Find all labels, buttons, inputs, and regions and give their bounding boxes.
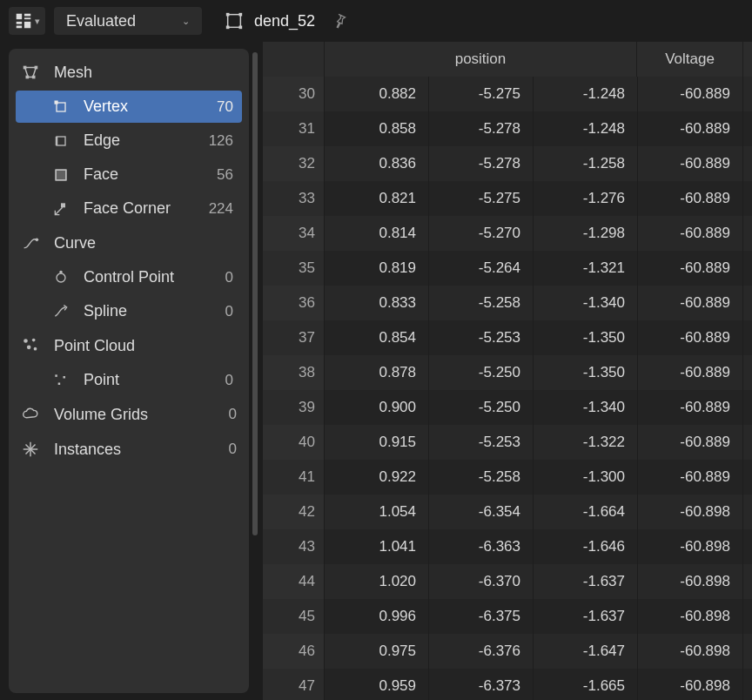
cell-z[interactable]: -1.646 xyxy=(533,529,637,564)
cell-x[interactable]: 1.054 xyxy=(324,495,428,529)
cell-y[interactable]: -6.373 xyxy=(428,669,533,700)
cell-x[interactable]: 0.882 xyxy=(324,77,428,111)
cell-z[interactable]: -1.665 xyxy=(533,669,637,700)
table-row[interactable]: 300.882-5.275-1.248-60.889 xyxy=(263,77,752,111)
header-position[interactable]: position xyxy=(324,42,637,77)
pin-icon[interactable] xyxy=(331,12,348,30)
cell-z[interactable]: -1.340 xyxy=(533,390,637,425)
cell-x[interactable]: 1.041 xyxy=(324,529,428,564)
header-voltage[interactable]: Voltage xyxy=(637,42,743,77)
sidebar-item-control-point[interactable]: Control Point0 xyxy=(16,261,242,293)
table-row[interactable]: 310.858-5.278-1.248-60.889 xyxy=(263,111,752,146)
table-row[interactable]: 421.054-6.354-1.664-60.898 xyxy=(263,495,752,529)
editor-type-button[interactable]: ▾ xyxy=(9,7,45,35)
cell-y[interactable]: -5.264 xyxy=(428,251,533,286)
table-row[interactable]: 431.041-6.363-1.646-60.898 xyxy=(263,529,752,564)
table-row[interactable]: 460.975-6.376-1.647-60.898 xyxy=(263,634,752,669)
table-row[interactable]: 441.020-6.370-1.637-60.898 xyxy=(263,564,752,599)
table-row[interactable]: 340.814-5.270-1.298-60.889 xyxy=(263,216,752,251)
sidebar-scrollbar[interactable] xyxy=(252,49,259,693)
table-row[interactable]: 350.819-5.264-1.321-60.889 xyxy=(263,251,752,286)
cell-y[interactable]: -5.278 xyxy=(428,111,533,146)
cell-z[interactable]: -1.276 xyxy=(533,181,637,216)
table-row[interactable]: 360.833-5.258-1.340-60.889 xyxy=(263,286,752,320)
cell-x[interactable]: 0.878 xyxy=(324,355,428,390)
cell-x[interactable]: 0.854 xyxy=(324,320,428,355)
cell-voltage[interactable]: -60.889 xyxy=(637,216,743,251)
cell-y[interactable]: -5.270 xyxy=(428,216,533,251)
cell-y[interactable]: -5.258 xyxy=(428,460,533,495)
cell-y[interactable]: -6.370 xyxy=(428,564,533,599)
cell-voltage[interactable]: -60.889 xyxy=(637,286,743,320)
cell-voltage[interactable]: -60.898 xyxy=(637,564,743,599)
cell-x[interactable]: 0.975 xyxy=(324,634,428,669)
group-volume-grids[interactable]: Volume Grids0 xyxy=(12,398,245,431)
cell-y[interactable]: -5.250 xyxy=(428,390,533,425)
cell-voltage[interactable]: -60.889 xyxy=(637,390,743,425)
cell-z[interactable]: -1.258 xyxy=(533,146,637,181)
cell-z[interactable]: -1.647 xyxy=(533,634,637,669)
cell-voltage[interactable]: -60.898 xyxy=(637,495,743,529)
table-row[interactable]: 450.996-6.375-1.637-60.898 xyxy=(263,599,752,634)
sidebar-item-face[interactable]: Face56 xyxy=(16,158,242,191)
table-row[interactable]: 470.959-6.373-1.665-60.898 xyxy=(263,669,752,700)
cell-z[interactable]: -1.350 xyxy=(533,355,637,390)
cell-z[interactable]: -1.298 xyxy=(533,216,637,251)
cell-z[interactable]: -1.300 xyxy=(533,460,637,495)
cell-z[interactable]: -1.248 xyxy=(533,111,637,146)
cell-voltage[interactable]: -60.889 xyxy=(637,181,743,216)
cell-z[interactable]: -1.248 xyxy=(533,77,637,111)
cell-x[interactable]: 0.821 xyxy=(324,181,428,216)
sidebar-item-vertex[interactable]: Vertex70 xyxy=(16,91,242,123)
cell-y[interactable]: -5.253 xyxy=(428,425,533,460)
group-instances[interactable]: Instances0 xyxy=(12,433,245,466)
cell-z[interactable]: -1.664 xyxy=(533,495,637,529)
cell-voltage[interactable]: -60.898 xyxy=(637,669,743,700)
cell-x[interactable]: 0.858 xyxy=(324,111,428,146)
cell-voltage[interactable]: -60.898 xyxy=(637,634,743,669)
cell-y[interactable]: -5.258 xyxy=(428,286,533,320)
cell-x[interactable]: 0.959 xyxy=(324,669,428,700)
cell-voltage[interactable]: -60.889 xyxy=(637,111,743,146)
sidebar-item-edge[interactable]: Edge126 xyxy=(16,125,242,157)
mode-select[interactable]: Evaluated ⌄ xyxy=(54,7,202,35)
cell-x[interactable]: 0.915 xyxy=(324,425,428,460)
cell-y[interactable]: -6.354 xyxy=(428,495,533,529)
cell-y[interactable]: -5.250 xyxy=(428,355,533,390)
sidebar-item-point[interactable]: Point0 xyxy=(16,364,242,396)
cell-z[interactable]: -1.321 xyxy=(533,251,637,286)
cell-y[interactable]: -6.376 xyxy=(428,634,533,669)
cell-voltage[interactable]: -60.889 xyxy=(637,77,743,111)
table-row[interactable]: 400.915-5.253-1.322-60.889 xyxy=(263,425,752,460)
group-curve[interactable]: Curve xyxy=(12,226,245,259)
cell-voltage[interactable]: -60.889 xyxy=(637,146,743,181)
cell-voltage[interactable]: -60.889 xyxy=(637,460,743,495)
cell-x[interactable]: 0.996 xyxy=(324,599,428,634)
cell-y[interactable]: -6.363 xyxy=(428,529,533,564)
cell-voltage[interactable]: -60.889 xyxy=(637,355,743,390)
scrollbar-thumb[interactable] xyxy=(252,52,258,535)
table-row[interactable]: 330.821-5.275-1.276-60.889 xyxy=(263,181,752,216)
cell-z[interactable]: -1.322 xyxy=(533,425,637,460)
cell-voltage[interactable]: -60.889 xyxy=(637,425,743,460)
cell-y[interactable]: -6.375 xyxy=(428,599,533,634)
cell-z[interactable]: -1.350 xyxy=(533,320,637,355)
group-point-cloud[interactable]: Point Cloud xyxy=(12,329,245,362)
cell-voltage[interactable]: -60.898 xyxy=(637,599,743,634)
cell-voltage[interactable]: -60.889 xyxy=(637,320,743,355)
cell-y[interactable]: -5.275 xyxy=(428,181,533,216)
cell-y[interactable]: -5.253 xyxy=(428,320,533,355)
cell-x[interactable]: 0.900 xyxy=(324,390,428,425)
sidebar-item-face-corner[interactable]: Face Corner224 xyxy=(16,192,242,225)
table-row[interactable]: 390.900-5.250-1.340-60.889 xyxy=(263,390,752,425)
sidebar-item-spline[interactable]: Spline0 xyxy=(16,295,242,327)
cell-x[interactable]: 0.833 xyxy=(324,286,428,320)
cell-z[interactable]: -1.637 xyxy=(533,564,637,599)
cell-z[interactable]: -1.340 xyxy=(533,286,637,320)
cell-z[interactable]: -1.637 xyxy=(533,599,637,634)
cell-y[interactable]: -5.275 xyxy=(428,77,533,111)
table-row[interactable]: 320.836-5.278-1.258-60.889 xyxy=(263,146,752,181)
cell-y[interactable]: -5.278 xyxy=(428,146,533,181)
cell-x[interactable]: 0.922 xyxy=(324,460,428,495)
cell-x[interactable]: 0.814 xyxy=(324,216,428,251)
